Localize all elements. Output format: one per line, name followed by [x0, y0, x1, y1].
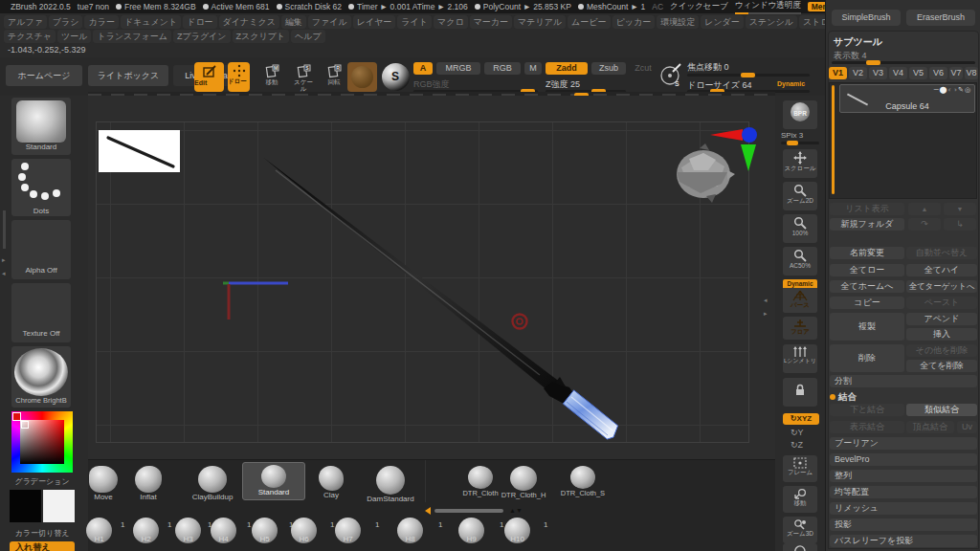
list-view-button[interactable]: リスト表示 — [830, 203, 904, 215]
menu-material[interactable]: マテリアル — [514, 15, 566, 29]
merge-similar-button[interactable]: 類似結合 — [906, 404, 977, 416]
tab-v5[interactable]: V5 — [909, 67, 927, 79]
zsub-button[interactable]: Zsub — [591, 62, 626, 75]
subtool-up-button[interactable]: ▲ — [908, 203, 941, 215]
tray-h5[interactable]: H5 — [252, 518, 278, 543]
remesh-button[interactable]: リメッシュ — [830, 502, 977, 515]
tray-brush-damstandard[interactable]: DamStandard — [360, 466, 421, 503]
tray-brush-standard-selected[interactable]: Standard — [242, 462, 305, 500]
menu-macro[interactable]: マクロ — [434, 15, 468, 29]
duplicate-button[interactable]: 複製 — [830, 313, 904, 341]
insert-button[interactable]: 挿入 — [906, 328, 977, 341]
move-mode-button[interactable]: M 移動 — [260, 62, 283, 92]
rotate-mode-button[interactable]: R 回転 — [323, 62, 345, 92]
menu-zplugin[interactable]: Zプラグイン — [173, 30, 231, 43]
tray-h1[interactable]: H1 — [86, 518, 112, 543]
transparency-lock-button[interactable] — [783, 378, 817, 407]
current-stroke-button[interactable]: Dots — [11, 159, 71, 216]
weld-button[interactable]: 頂点結合 — [906, 421, 954, 433]
menu-texture[interactable]: テクスチャ — [4, 30, 56, 43]
display-count-slider[interactable] — [832, 61, 975, 64]
frame-button[interactable]: フレーム — [783, 455, 817, 482]
tray-h2[interactable]: H2 — [133, 518, 159, 543]
all-high-button[interactable]: 全てハイ — [906, 264, 977, 276]
copy-button[interactable]: コピー — [830, 297, 904, 309]
tray-scroll-up-icon[interactable]: ▲▼ — [509, 507, 523, 514]
canvas-3d-view[interactable] — [88, 96, 775, 459]
current-alpha-button[interactable]: Alpha Off — [11, 220, 71, 279]
eye-icon[interactable]: ◎ — [965, 86, 971, 93]
menu-file[interactable]: ファイル — [308, 15, 351, 29]
bas-relief-button[interactable]: バスレリーフを投影 — [830, 535, 977, 547]
merge-section-header[interactable]: 結合 — [830, 391, 977, 404]
left-panel-expand-icon[interactable]: ▸ — [2, 256, 6, 263]
display-count-handle[interactable] — [866, 60, 880, 65]
subtool-scrollbar[interactable] — [832, 85, 835, 194]
right-tray-collapse-icon[interactable]: ◂ — [764, 297, 768, 303]
main-color-swatch[interactable] — [10, 490, 41, 522]
a-mode-button[interactable]: A — [413, 62, 433, 75]
aa-half-button[interactable]: AC50% — [783, 247, 817, 276]
local-symmetry-button[interactable]: Lシンメトリ — [783, 344, 817, 373]
picker-sphere-button[interactable]: S — [382, 63, 410, 91]
tray-brush-clay[interactable]: Clay — [304, 466, 358, 499]
tab-v4[interactable]: V4 — [889, 67, 907, 79]
homepage-button[interactable]: ホームページ — [6, 65, 82, 86]
rgb-button[interactable]: RGB — [484, 62, 521, 75]
current-material-button[interactable] — [347, 62, 377, 92]
right-tray-expand-icon[interactable]: ▸ — [764, 310, 768, 317]
left-scrollbar[interactable] — [3, 210, 6, 249]
subtool-list[interactable]: ─⬤◐◑✎◎ Capsule 64 — [829, 82, 977, 199]
merge-visible-button[interactable]: 表示結合 — [830, 421, 904, 433]
scroll-canvas-button[interactable]: スクロール — [783, 149, 817, 178]
floor-button[interactable]: フロア — [783, 317, 817, 340]
menu-brush[interactable]: ブラシ — [49, 15, 83, 29]
current-texture-button[interactable]: Texture Off — [11, 283, 71, 342]
secondary-color-swatch[interactable] — [43, 490, 75, 522]
mrgb-button[interactable]: MRGB — [436, 62, 480, 75]
paste-button[interactable]: ペースト — [906, 297, 977, 309]
zoom3d-button[interactable]: ズーム3D — [783, 517, 817, 543]
tab-v7[interactable]: V7 — [949, 67, 963, 79]
tray-brush-claybuildup[interactable]: ClayBuildup — [184, 466, 241, 501]
tab-v6[interactable]: V6 — [929, 67, 947, 79]
menu-preferences[interactable]: 環境設定 — [657, 15, 699, 29]
m-button[interactable]: M — [524, 62, 542, 75]
current-material-tile[interactable]: Chrome BrightB — [11, 346, 71, 408]
eraserbrush-button[interactable]: EraserBrush — [906, 10, 975, 26]
menu-transform[interactable]: トランスフォーム — [93, 30, 170, 43]
menu-movie[interactable]: ムービー — [568, 15, 610, 29]
tray-h4[interactable]: H4 — [211, 518, 236, 543]
menu-light[interactable]: ライト — [397, 15, 432, 29]
scale-mode-button[interactable]: S スケール — [291, 62, 316, 92]
tab-v8[interactable]: V8 — [965, 67, 978, 79]
tray-h8[interactable]: H8 — [397, 518, 423, 543]
menu-edit[interactable]: 編集 — [281, 15, 306, 29]
all-low-button[interactable]: 全てロー — [830, 264, 904, 276]
simplebrush-button[interactable]: SimpleBrush — [832, 10, 901, 26]
window-opacity-slider[interactable]: ウィンドウ透明度 — [735, 0, 801, 14]
menu-marker[interactable]: マーカー — [470, 15, 512, 29]
left-panel-collapse-icon[interactable]: ◂ — [2, 270, 6, 276]
rotate-y-button[interactable]: ↻Y — [791, 428, 804, 437]
distribute-button[interactable]: 均等配置 — [830, 486, 977, 498]
subtool-panel-title[interactable]: サブツール — [834, 35, 882, 49]
project-button[interactable]: 投影 — [830, 518, 977, 531]
pen-icon[interactable]: ✎ — [958, 86, 965, 93]
align-button[interactable]: 整列 — [830, 470, 977, 482]
subtool-item-icons[interactable]: ─⬤◐◑✎◎ — [934, 86, 971, 94]
swap-colors-button[interactable]: 入れ替え — [10, 541, 75, 551]
all-home-button[interactable]: 全てホームへ — [830, 280, 904, 293]
spix-handle[interactable] — [787, 141, 798, 145]
menu-tool[interactable]: ツール — [57, 30, 91, 43]
tray-h6[interactable]: H6 — [291, 518, 317, 543]
color-picker[interactable] — [11, 411, 73, 473]
menu-stencil[interactable]: ステンシル — [746, 15, 797, 29]
tray-h10[interactable]: H10 — [504, 518, 530, 543]
bevelpro-button[interactable]: BevelPro — [830, 453, 977, 466]
tray-scrollbar[interactable] — [434, 509, 503, 513]
perspective-button[interactable]: パース — [783, 288, 817, 313]
delete-other-button[interactable]: その他を削除 — [906, 344, 977, 357]
rotate-z-button[interactable]: ↻Z — [791, 440, 803, 450]
tray-brush-inflat[interactable]: Inflat — [122, 466, 175, 501]
